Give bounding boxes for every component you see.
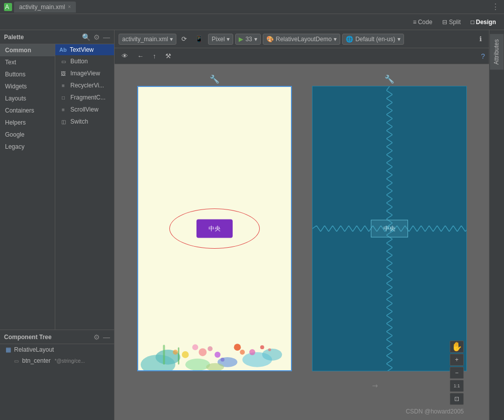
textview-icon: Ab: [59, 47, 67, 53]
zoom-in-icon: +: [455, 356, 458, 363]
sidebar-item-buttons[interactable]: Buttons: [0, 68, 55, 80]
sidebar-item-widgets[interactable]: Widgets: [0, 80, 55, 92]
help-button[interactable]: ?: [481, 52, 485, 60]
file-dropdown-arrow: ▾: [170, 36, 173, 43]
theme-dropdown-icon: 🎨: [266, 36, 274, 43]
resize-handle[interactable]: ↗: [370, 381, 380, 391]
theme-dropdown[interactable]: 🎨 RelativeLayoutDemo ▾: [263, 34, 340, 45]
locale-dropdown[interactable]: 🌐 Default (en-us) ▾: [342, 34, 404, 45]
view-mode-toolbar: ≡ Code ⊟ Split □ Design: [0, 14, 504, 30]
svg-point-21: [249, 349, 255, 355]
switch-label: Switch: [70, 118, 88, 125]
palette-item-scrollview[interactable]: ≡ ScrollView: [55, 103, 114, 116]
relativelayout-icon: ▦: [4, 346, 12, 354]
attributes-tab[interactable]: Attributes: [490, 34, 503, 70]
zoom-out-button[interactable]: −: [450, 367, 464, 379]
palette-close-icon[interactable]: —: [103, 33, 110, 41]
toolbar-left: activity_main.xml ▾ ⟳ 📱 Pixel ▾ ▶ 33 ▾ 🎨…: [119, 33, 404, 45]
palette-item-imageview[interactable]: 🖼 ImageView: [55, 67, 114, 79]
blueprint-phone-screen: 中央: [312, 86, 467, 371]
canvas-area: 🔧 中央: [115, 64, 489, 420]
tree-item-btn-center[interactable]: ▭ btn_center *@string/ce...: [0, 355, 114, 366]
code-view-button[interactable]: ≡ Code: [409, 17, 437, 27]
palette-items: Ab TextView ▭ Button 🖼 ImageView ≡ Recyc…: [55, 44, 114, 330]
btn-center-annotation: *@string/ce...: [55, 358, 85, 364]
sidebar-item-legacy[interactable]: Legacy: [0, 141, 55, 153]
palette-search-icon[interactable]: 🔍: [82, 33, 90, 41]
arrow-up-icon[interactable]: ↑: [150, 50, 159, 62]
design-phone-frame: 🔧 中央: [137, 74, 292, 371]
palette-split: Common Text Buttons Widgets Layouts Cont…: [0, 44, 114, 330]
orient-icon[interactable]: ⟳: [178, 33, 190, 45]
textview-label: TextView: [70, 46, 94, 53]
sidebar-item-helpers[interactable]: Helpers: [0, 117, 55, 129]
blueprint-phone-frame: 🔧 中央: [312, 74, 467, 371]
secondary-toolbar: 👁 ← ↑ ⚒ ?: [115, 48, 489, 64]
palette-settings-icon[interactable]: ⚙: [93, 33, 100, 41]
locale-dropdown-label: Default (en-us): [355, 36, 395, 43]
palette-header: Palette 🔍 ⚙ —: [0, 30, 114, 44]
design-phone-screen: 中央: [137, 86, 292, 371]
palette-item-recyclerview[interactable]: ≡ RecyclerVi...: [55, 79, 114, 91]
design-view-button[interactable]: □ Design: [467, 17, 500, 27]
svg-point-20: [173, 350, 178, 355]
device-dropdown-label: Pixel: [212, 36, 225, 43]
scrollview-label: ScrollView: [70, 106, 98, 113]
design-area: activity_main.xml ▾ ⟳ 📱 Pixel ▾ ▶ 33 ▾ 🎨…: [115, 30, 489, 420]
svg-text:A: A: [5, 4, 9, 11]
file-dropdown[interactable]: activity_main.xml ▾: [119, 34, 176, 45]
sidebar-item-layouts[interactable]: Layouts: [0, 92, 55, 104]
info-button[interactable]: ℹ: [476, 33, 485, 45]
tools-icon[interactable]: ⚒: [162, 50, 174, 62]
locale-icon: 🌐: [346, 36, 353, 43]
zoom-controls: ✋ + − 1:1 ⊡: [450, 341, 464, 405]
more-options-icon[interactable]: ⋮: [491, 2, 500, 12]
svg-point-18: [268, 348, 271, 351]
device-dropdown[interactable]: Pixel ▾: [208, 34, 233, 45]
design-pin-icon: 🔧: [210, 74, 220, 84]
recyclerview-icon: ≡: [59, 81, 67, 89]
palette-item-switch[interactable]: ◫ Switch: [55, 116, 114, 128]
left-panel: Palette 🔍 ⚙ — Common Text Buttons Widget…: [0, 30, 115, 420]
svg-point-19: [185, 359, 210, 370]
zoom-in-button[interactable]: +: [450, 354, 464, 366]
code-icon: ≡: [413, 19, 417, 26]
btn-center-icon: ▭: [12, 357, 20, 365]
palette-item-textview[interactable]: Ab TextView: [55, 44, 114, 55]
arrow-left-icon[interactable]: ←: [134, 50, 147, 62]
sidebar-item-text[interactable]: Text: [0, 56, 55, 68]
relativelayout-label: RelativeLayout: [14, 346, 54, 353]
attributes-panel: Attributes: [489, 30, 504, 420]
imageview-icon: 🖼: [59, 69, 67, 77]
zoom-fit-button[interactable]: ⊡: [450, 393, 464, 405]
file-tab[interactable]: activity_main.xml ×: [14, 2, 76, 13]
scrollview-icon: ≡: [59, 106, 67, 114]
sidebar-item-containers[interactable]: Containers: [0, 104, 55, 117]
theme-dropdown-label: RelativeLayoutDemo: [276, 36, 332, 43]
button-label: Button: [70, 58, 88, 65]
blueprint-pin-icon: 🔧: [384, 74, 394, 84]
tree-item-relativelayout[interactable]: ▦ RelativeLayout: [0, 344, 114, 355]
hand-tool-button[interactable]: ✋: [450, 341, 464, 353]
svg-rect-12: [177, 347, 179, 365]
palette-item-button[interactable]: ▭ Button: [55, 55, 114, 67]
device-toggle-icon[interactable]: 📱: [192, 33, 206, 45]
api-dropdown[interactable]: ▶ 33 ▾: [235, 34, 260, 45]
sidebar-item-google[interactable]: Google: [0, 129, 55, 141]
palette-item-fragmentc[interactable]: □ FragmentC...: [55, 91, 114, 103]
design-toolbar: activity_main.xml ▾ ⟳ 📱 Pixel ▾ ▶ 33 ▾ 🎨…: [115, 30, 489, 48]
switch-icon: ◫: [59, 118, 67, 126]
svg-point-8: [240, 350, 245, 355]
split-icon: ⊟: [442, 19, 447, 26]
split-view-button[interactable]: ⊟ Split: [438, 17, 464, 27]
component-tree-settings-icon[interactable]: ⚙: [93, 333, 100, 341]
zoom-ratio-button[interactable]: 1:1: [450, 380, 464, 392]
component-tree-close-icon[interactable]: —: [103, 333, 110, 341]
svg-point-4: [198, 348, 207, 356]
api-dropdown-label: 33: [245, 36, 252, 43]
center-button[interactable]: 中央: [196, 220, 233, 238]
palette-title: Palette: [4, 34, 79, 41]
eyedrop-icon[interactable]: 👁: [119, 50, 131, 62]
svg-point-17: [260, 345, 264, 349]
tab-close-icon[interactable]: ×: [68, 4, 71, 10]
